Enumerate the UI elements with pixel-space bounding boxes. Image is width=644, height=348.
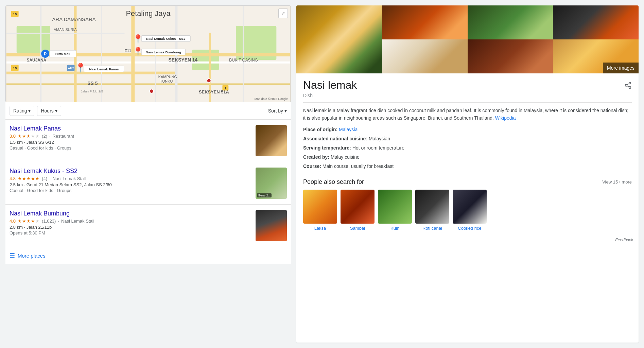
listing-type: Nasi Lemak Stall	[61, 219, 94, 224]
thumb-image	[256, 210, 287, 241]
stars: ★★★★★	[18, 176, 40, 181]
listing-type-sep: ·	[49, 176, 51, 181]
search-item[interactable]: Cooked rice	[453, 190, 487, 231]
gallery-cell[interactable]	[553, 5, 639, 39]
fact-value: Malay cuisine	[331, 154, 360, 160]
hours-dropdown-icon: ▾	[55, 108, 57, 114]
gallery-cell[interactable]	[382, 39, 468, 73]
share-icon[interactable]	[624, 82, 632, 91]
svg-line-56	[627, 84, 629, 85]
listing-item[interactable]: Nasi Lemak Panas 3.0 ★★★★★★ (2) · Restau…	[5, 120, 291, 162]
search-item[interactable]: Roti canai	[415, 190, 449, 231]
listing-name: Nasi Lemak Bumbung	[10, 210, 251, 217]
dish-subtitle: Dish	[303, 93, 632, 98]
wikipedia-link[interactable]: Wikipedia	[495, 115, 516, 121]
svg-text:Nasi Lemak Kukus - SS2: Nasi Lemak Kukus - SS2	[146, 37, 186, 40]
gallery-main-image[interactable]	[296, 5, 382, 73]
map-container[interactable]: E11 Jalan P.J.U 1/5 ARA DAMANSARA AMAN S…	[5, 5, 291, 102]
fact-value: Hot or room temperature	[352, 145, 404, 151]
gallery-cell[interactable]	[382, 5, 468, 39]
fact-row: Serving temperature: Hot or room tempera…	[303, 144, 632, 152]
svg-text:SAUJANA: SAUJANA	[27, 58, 47, 63]
search-item-label: Roti canai	[422, 226, 442, 231]
search-item-image	[453, 190, 487, 224]
svg-rect-1	[17, 26, 50, 53]
stars: ★★★★★	[18, 219, 40, 224]
description-text: Nasi lemak is a Malay fragrant rice dish…	[303, 108, 628, 121]
svg-text:E11: E11	[124, 49, 131, 53]
listing-distance: 1.5 km · Jalan SS 6/12	[10, 140, 251, 145]
search-item[interactable]: Sambal	[341, 190, 375, 231]
svg-text:KAMPUNG: KAMPUNG	[158, 75, 177, 79]
sort-by-button[interactable]: Sort by ▾	[268, 108, 287, 114]
gallery-cell[interactable]	[468, 39, 553, 73]
svg-text:P: P	[44, 52, 47, 56]
svg-point-52	[629, 82, 631, 84]
rating-filter-button[interactable]: Rating ▾	[10, 106, 34, 116]
hours-filter-label: Hours	[41, 108, 53, 114]
rating-number: 3.0	[10, 134, 16, 139]
view-more-link[interactable]: View 15+ more	[602, 179, 632, 185]
fact-value-link[interactable]: Malaysia	[339, 127, 358, 132]
info-section: Nasi lemak Dish Nasi lemak is a Malay fr…	[296, 73, 639, 170]
listing-item[interactable]: Nasi Lemak Bumbung 4.0 ★★★★★ (1,023) · N…	[5, 205, 291, 247]
fact-label: Serving temperature:	[303, 145, 351, 151]
listing-distance: 2.8 km · Jalan 21/11b	[10, 225, 251, 230]
hours-filter-button[interactable]: Hours ▾	[37, 106, 61, 116]
listing-type: Nasi Lemak Stall	[53, 176, 86, 181]
fact-row: Course: Main course, usually for breakfa…	[303, 163, 632, 170]
listing-tags: Casual · Good for kids · Groups	[10, 188, 251, 193]
search-item[interactable]: Kuih	[378, 190, 412, 231]
more-images-overlay[interactable]: More images	[603, 63, 639, 73]
also-search-title: People also search for	[303, 178, 364, 186]
listing-type: Restaurant	[53, 134, 74, 139]
listing-thumbnail	[256, 210, 287, 241]
search-item-label: Kuih	[390, 226, 399, 231]
svg-text:TUNKU: TUNKU	[160, 79, 173, 83]
stars: ★★★★★★	[18, 134, 40, 139]
search-item[interactable]: Laksa	[303, 190, 337, 231]
more-places-label: More places	[18, 253, 46, 259]
also-search-items: Laksa Sambal Kuih Roti canai Cooked rice	[303, 190, 632, 231]
listing-distance: 2.5 km · Gerai 21 Medan Selara SS2, Jala…	[10, 182, 251, 187]
info-header: Nasi lemak	[303, 79, 632, 91]
also-search-section: People also search for View 15+ more Lak…	[296, 174, 639, 236]
svg-point-54	[629, 87, 631, 88]
search-item-label: Sambal	[350, 226, 365, 231]
expand-icon: ⤢	[281, 11, 285, 16]
fact-label: Associated national cuisine:	[303, 136, 367, 141]
map-expand-button[interactable]: ⤢	[278, 8, 288, 18]
feedback-label[interactable]: Feedback	[296, 236, 639, 245]
svg-rect-16	[243, 6, 244, 102]
search-item-label: Laksa	[314, 226, 326, 231]
more-places-link[interactable]: ☰ More places	[10, 252, 287, 259]
svg-text:2: 2	[225, 87, 226, 90]
svg-line-55	[627, 86, 629, 87]
listing-name: Nasi Lemak Panas	[10, 125, 251, 132]
sort-by-dropdown-icon: ▾	[284, 108, 287, 114]
search-item-image	[303, 190, 337, 224]
svg-rect-7	[6, 83, 290, 85]
gallery-cell[interactable]: More images	[553, 39, 639, 73]
left-panel: E11 Jalan P.J.U 1/5 ARA DAMANSARA AMAN S…	[5, 5, 291, 343]
listing-name: Nasi Lemak Kukus - SS2	[10, 168, 251, 175]
svg-text:AMAN SURIA: AMAN SURIA	[54, 28, 77, 32]
listing-type-sep: ·	[49, 134, 51, 139]
listing-item[interactable]: Nasi Lemak Kukus - SS2 4.8 ★★★★★ (4) · N…	[5, 162, 291, 205]
fact-row: Associated national cuisine: Malaysian	[303, 135, 632, 142]
fact-label: Created by:	[303, 154, 329, 160]
svg-rect-12	[6, 33, 125, 34]
svg-text:SEKSYEN 14: SEKSYEN 14	[169, 57, 198, 63]
rating-count: (4)	[42, 176, 47, 181]
svg-text:Nasi Lemak Bumbung: Nasi Lemak Bumbung	[146, 50, 181, 54]
listings-container: Nasi Lemak Panas 3.0 ★★★★★★ (2) · Restau…	[5, 120, 291, 247]
rating-filter-label: Rating	[13, 108, 27, 114]
svg-text:BUKIT GASING: BUKIT GASING	[229, 58, 258, 63]
svg-text:Nasi Lemak Panas: Nasi Lemak Panas	[89, 67, 119, 71]
filters-bar: Rating ▾ Hours ▾ Sort by ▾	[5, 102, 291, 120]
also-search-header: People also search for View 15+ more	[303, 178, 632, 186]
thumb-image	[256, 125, 287, 156]
gallery-cell[interactable]	[468, 5, 553, 39]
svg-point-50	[150, 89, 154, 93]
svg-text:Citta Mall: Citta Mall	[55, 52, 70, 56]
